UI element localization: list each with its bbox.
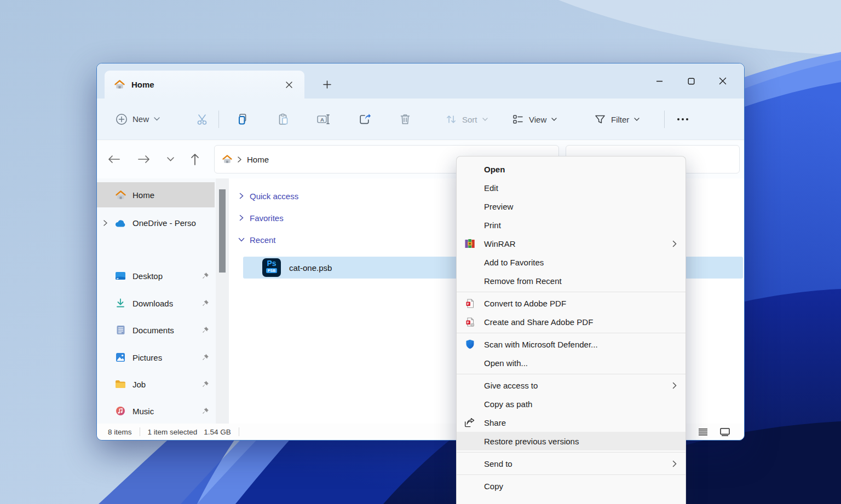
large-icons-view-button[interactable] (718, 425, 732, 438)
menu-separator (457, 474, 686, 475)
sidebar-item-documents[interactable]: Documents (97, 317, 215, 343)
context-menu-item-share[interactable]: Share (457, 413, 686, 432)
context-menu-item-print[interactable]: Print (457, 216, 686, 234)
new-button[interactable]: New (110, 107, 165, 131)
toolbar-separator (218, 111, 219, 128)
tab-title: Home (131, 80, 154, 89)
view-button[interactable]: View (506, 107, 562, 131)
defender-shield-icon (463, 339, 476, 349)
plus-icon (323, 80, 331, 89)
context-menu-item-convert-to-adobe-pdf[interactable]: Convert to Adobe PDF (457, 294, 686, 312)
close-button[interactable] (707, 70, 739, 92)
explorer-tab-home[interactable]: Home (105, 71, 304, 99)
paste-button[interactable] (272, 107, 296, 131)
context-menu-item-preview[interactable]: Preview (457, 197, 686, 216)
pin-icon (201, 354, 209, 361)
rename-button[interactable]: A (312, 107, 336, 131)
group-favorites[interactable]: Favorites (235, 208, 284, 228)
context-menu-item-copy[interactable]: Copy (457, 477, 686, 495)
context-menu-item-scan-with-defender[interactable]: Scan with Microsoft Defender... (457, 335, 686, 354)
ellipsis-icon (677, 118, 679, 120)
sidebar-item-job[interactable]: Job (97, 372, 215, 397)
back-button[interactable] (102, 148, 125, 171)
scissors-icon (196, 113, 209, 126)
chevron-down-icon (551, 118, 557, 121)
details-view-button[interactable] (696, 425, 710, 438)
chevron-down-icon (482, 118, 488, 121)
onedrive-icon (113, 219, 128, 227)
sidebar-item-pictures[interactable]: Pictures (97, 345, 215, 370)
copy-button[interactable] (231, 107, 255, 131)
context-menu-item-send-to[interactable]: Send to (457, 454, 686, 473)
tab-close-button[interactable] (281, 77, 297, 92)
context-menu-item-create-and-share-adobe-pdf[interactable]: Create and Share Adobe PDF (457, 312, 686, 331)
arrow-left-icon (108, 155, 120, 164)
see-more-button[interactable] (671, 107, 695, 131)
maximize-button[interactable] (675, 70, 707, 92)
desktop-icon (113, 271, 128, 281)
arrow-up-icon (191, 153, 199, 165)
sidebar-item-home[interactable]: Home (97, 182, 215, 207)
documents-icon (113, 325, 128, 335)
group-recent[interactable]: Recent (235, 230, 276, 250)
menu-separator (457, 452, 686, 453)
chevron-down-icon (634, 118, 640, 121)
arrow-right-icon (138, 155, 150, 164)
menu-separator (457, 292, 686, 292)
sidebar-item-onedrive[interactable]: OneDrive - Perso (97, 210, 215, 235)
view-icon (512, 113, 524, 125)
chevron-down-icon (154, 117, 160, 121)
toolbar-separator (664, 111, 665, 128)
new-tab-button[interactable] (318, 76, 336, 93)
copy-icon (237, 113, 250, 126)
context-menu-item-open[interactable]: Open (457, 160, 686, 178)
desktop-screen: Home (0, 0, 841, 504)
sidebar-scrollbar[interactable] (216, 178, 229, 424)
context-menu-item-winrar[interactable]: WinRAR (457, 234, 686, 253)
minimize-button[interactable] (643, 70, 675, 92)
chevron-right-icon[interactable] (235, 193, 247, 199)
sidebar-item-downloads[interactable]: Downloads (97, 291, 215, 316)
submenu-chevron-icon (672, 382, 677, 389)
context-menu-item-add-to-favorites[interactable]: Add to Favorites (457, 253, 686, 271)
filter-button[interactable]: Filter (589, 107, 645, 131)
forward-button[interactable] (133, 148, 155, 171)
share-button[interactable] (353, 107, 377, 131)
breadcrumb-chevron-icon (238, 157, 241, 163)
delete-button[interactable] (393, 107, 417, 131)
menu-separator (457, 374, 686, 374)
context-menu-item-give-access-to[interactable]: Give access to (457, 376, 686, 395)
submenu-chevron-icon (672, 240, 677, 247)
context-menu-item-copy-as-path[interactable]: Copy as path (457, 395, 686, 413)
pin-icon (201, 299, 209, 307)
up-button[interactable] (183, 148, 206, 171)
home-icon (222, 155, 232, 164)
breadcrumb-location[interactable]: Home (247, 155, 269, 164)
navigation-pane: Home OneDrive - Perso Deskto (97, 178, 216, 424)
scrollbar-thumb[interactable] (219, 189, 226, 273)
sidebar-item-music[interactable]: Music (97, 398, 215, 424)
chevron-right-icon[interactable] (97, 220, 113, 226)
context-menu-item-restore-previous-versions[interactable]: Restore previous versions (457, 432, 686, 450)
sort-button[interactable]: Sort (440, 107, 493, 131)
chevron-down-icon[interactable] (235, 236, 247, 243)
music-icon (113, 406, 128, 416)
plus-circle-icon (116, 113, 128, 125)
trash-icon (399, 113, 412, 126)
sidebar-item-desktop[interactable]: Desktop (97, 263, 215, 288)
sort-icon (445, 113, 457, 125)
chevron-right-icon[interactable] (235, 215, 247, 221)
home-icon (114, 80, 125, 89)
context-menu-item-open-with[interactable]: Open with... (457, 354, 686, 372)
recent-locations-button[interactable] (159, 148, 182, 171)
group-quick-access[interactable]: Quick access (235, 186, 298, 206)
cut-button[interactable] (191, 107, 215, 131)
context-menu-item-remove-from-recent[interactable]: Remove from Recent (457, 271, 686, 290)
adobe-pdf-icon (463, 299, 476, 308)
selection-count: 1 item selected (148, 428, 198, 436)
home-icon (113, 190, 128, 200)
chevron-down-icon (167, 157, 174, 161)
context-menu-item-edit[interactable]: Edit (457, 178, 686, 197)
adobe-pdf-share-icon (463, 317, 476, 327)
details-view-icon (698, 428, 708, 436)
